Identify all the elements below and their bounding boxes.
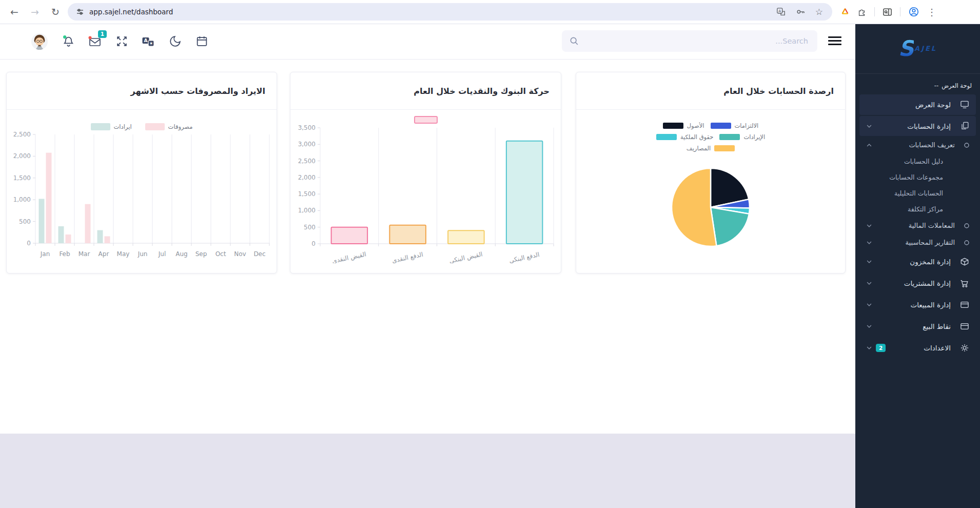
calendar-icon[interactable] (195, 35, 208, 48)
card-title: الايراد والمصروفات حسب الاشهر (7, 72, 277, 110)
legend-item[interactable]: الالتزامات (711, 122, 759, 129)
site-settings-icon[interactable] (76, 8, 84, 16)
sidebar-item[interactable]: المعاملات المالية (859, 218, 976, 233)
url-text[interactable]: app.sajel.net/dashboard (89, 8, 776, 16)
sidebar-item[interactable]: نقاط البيع (859, 316, 976, 337)
sidebar-menu: لوحة العرضإدارة الحساباتتعريف الحساباتدل… (855, 94, 980, 358)
legend-marker[interactable] (414, 116, 438, 124)
user-avatar[interactable] (31, 33, 48, 50)
svg-text:1,500: 1,500 (298, 190, 316, 198)
chevron-down-icon (866, 281, 875, 285)
sidebar-count-badge: 2 (876, 344, 886, 352)
sidebar-item[interactable]: إدارة المشتريات (859, 273, 976, 294)
legend-label: الالتزامات (735, 122, 759, 129)
translate-language-icon[interactable]: A ★ (142, 35, 155, 48)
address-bar[interactable]: app.sajel.net/dashboard A ☆ (68, 3, 832, 21)
mail-count-badge: 1 (98, 30, 107, 38)
legend-item[interactable]: الإيرادات (719, 133, 765, 141)
page-bottom-background (0, 434, 855, 508)
sidebar-item-label: التقارير المحاسبية (879, 239, 955, 246)
browser-reload-button[interactable]: ↻ (49, 6, 62, 17)
sidebar: SAJEL -- لوحة العرض لوحة العرضإدارة الحس… (855, 24, 980, 508)
legend-swatch (719, 134, 740, 140)
svg-text:Jul: Jul (158, 250, 166, 258)
browser-back-button[interactable]: ← (8, 6, 21, 17)
svg-text:Sep: Sep (195, 250, 207, 258)
sidebar-item[interactable]: الحسابات التحليلية (859, 186, 976, 201)
balances-pie-card: ارصدة الحسابات خلال العام الأصولالالتزام… (576, 72, 846, 273)
sidebar-item-label: المعاملات المالية (879, 222, 955, 229)
logo-letter: S (898, 38, 914, 59)
sidebar-item-label: الحسابات التحليلية (879, 189, 943, 197)
legend-label: الإيرادات (743, 133, 765, 141)
sidebar-item-label: إدارة المبيعات (879, 301, 951, 309)
extension-colored-icon[interactable] (840, 7, 850, 16)
bank-cash-card: حركة البنوك والنقديات خلال العام 05001,0… (290, 72, 561, 273)
revenue-expense-chart: 05001,0001,5002,0002,500JanFebMarAprMayJ… (7, 130, 277, 260)
sidebar-item[interactable]: مجموعات الحسابات (859, 170, 976, 185)
sidebar-item[interactable]: مراكز التكلفة (859, 202, 976, 217)
legend-swatch (663, 123, 683, 129)
sidebar-item[interactable]: إدارة المبيعات (859, 295, 976, 315)
messages-mail-icon[interactable]: 1 (88, 35, 102, 48)
legend-label: الأصول (687, 122, 704, 129)
logo-text: AJEL (914, 45, 937, 52)
sidebar-item-label: إدارة الحسابات (879, 122, 951, 130)
card-icon (957, 300, 970, 310)
extensions-puzzle-icon[interactable] (857, 7, 867, 16)
chevron-down-icon (866, 303, 875, 307)
sidebar-item[interactable]: تعريف الحسابات (859, 137, 976, 153)
svg-text:القبض النقدي: القبض النقدي (331, 250, 367, 263)
sidebar-item[interactable]: إدارة الحسابات (859, 116, 976, 136)
bookmark-star-icon[interactable]: ☆ (815, 7, 823, 17)
box-icon (957, 257, 970, 267)
dot-icon (962, 142, 970, 148)
browser-forward-button[interactable]: → (29, 6, 41, 17)
browser-menu-icon[interactable]: ⋮ (927, 7, 936, 17)
legend-item[interactable]: حقوق الملكية (656, 133, 714, 141)
sidebar-item-label: مراكز التكلفة (879, 205, 943, 213)
menu-hamburger-icon[interactable] (828, 36, 841, 47)
sidebar-item[interactable]: التقارير المحاسبية (859, 235, 976, 250)
svg-text:A: A (778, 9, 781, 13)
profile-avatar-icon[interactable] (908, 6, 919, 17)
legend-item[interactable]: الأصول (663, 122, 704, 129)
chevron-down-icon (866, 224, 875, 228)
svg-text:0: 0 (27, 240, 31, 247)
dark-mode-moon-icon[interactable] (168, 35, 182, 48)
legend-item[interactable]: مصروفات (145, 123, 193, 130)
dashboard-main: الايراد والمصروفات حسب الاشهر ايراداتمصر… (0, 59, 855, 434)
legend-item[interactable]: ايرادات (91, 123, 132, 130)
sidebar-item[interactable]: لوحة العرض (859, 94, 976, 115)
notifications-bell-icon[interactable] (62, 35, 75, 48)
svg-text:A: A (144, 38, 148, 43)
sidebar-item[interactable]: 2الاعدادات (859, 338, 976, 358)
toolbar-divider (874, 7, 875, 16)
chevron-up-icon (866, 143, 875, 147)
svg-text:2,000: 2,000 (298, 174, 316, 181)
chevron-down-icon (866, 346, 875, 350)
password-key-icon[interactable] (796, 7, 805, 16)
sidebar-item-label: دليل الحسابات (879, 158, 943, 165)
app-logo[interactable]: SAJEL (855, 24, 980, 74)
side-panel-icon[interactable] (883, 7, 892, 17)
pages-icon (957, 121, 970, 131)
svg-text:Dec: Dec (253, 250, 265, 258)
svg-text:3,500: 3,500 (298, 124, 316, 131)
svg-text:Aug: Aug (175, 250, 187, 258)
legend-item[interactable]: المصاريف (687, 145, 735, 152)
search-input[interactable] (582, 30, 809, 52)
gear-icon (957, 343, 970, 353)
sidebar-item[interactable]: إدارة المخزون (859, 251, 976, 272)
svg-text:Nov: Nov (234, 250, 246, 258)
fullscreen-expand-icon[interactable] (115, 35, 128, 48)
sidebar-item[interactable]: دليل الحسابات (859, 154, 976, 169)
dot-icon (962, 223, 970, 229)
svg-text:القبض البنكي: القبض البنكي (448, 250, 483, 263)
bank-cash-chart: 05001,0001,5002,0002,5003,0003,500القبض … (290, 124, 561, 263)
svg-text:Jun: Jun (138, 250, 148, 258)
chevron-down-icon (866, 324, 875, 328)
sidebar-item-label: مجموعات الحسابات (879, 173, 943, 181)
card-title: حركة البنوك والنقديات خلال العام (290, 72, 561, 110)
translate-page-icon[interactable]: A (776, 7, 786, 16)
